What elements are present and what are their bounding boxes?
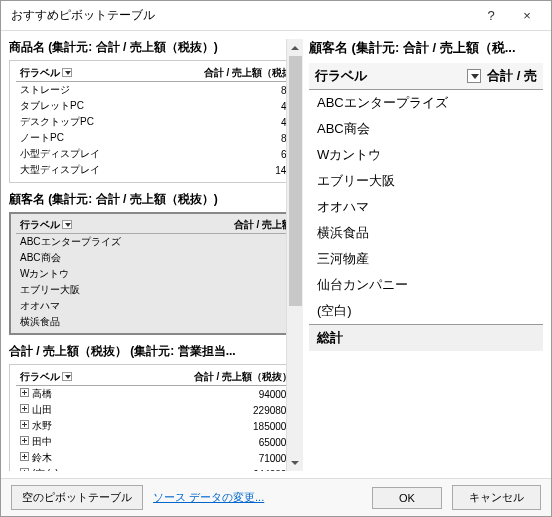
table-row: 小型ディスプレイ60 xyxy=(16,146,296,162)
table-row: 鈴木710000 xyxy=(16,450,296,466)
value-header: 合計 / 売 xyxy=(487,67,537,85)
preview3-header: 合計 / 売上額（税抜） (集計元: 営業担当... xyxy=(9,343,303,360)
table-row: ABCエンタープライズ xyxy=(16,234,296,251)
cancel-button[interactable]: キャンセル xyxy=(452,485,541,510)
scrollbar[interactable] xyxy=(286,39,303,471)
table-row: (空白)6440800 xyxy=(16,466,296,471)
col-header: 行ラベル xyxy=(16,369,117,386)
table-row: エブリー大阪 xyxy=(16,282,296,298)
table-row: タブレットPC48 xyxy=(16,98,296,114)
recommendation-list: 商品名 (集計元: 合計 / 売上額（税抜）) 行ラベル 合計 / 売上額（税抜… xyxy=(1,31,303,478)
row-label-header: 行ラベル xyxy=(315,67,367,85)
col-header: 行ラベル xyxy=(16,65,150,82)
table-row: 三河物産 xyxy=(309,246,543,272)
preview-panel: 顧客名 (集計元: 合計 / 売上額（税... 行ラベル 合計 / 売 ABCエ… xyxy=(303,31,551,478)
dropdown-icon xyxy=(62,68,72,77)
blank-pivot-button[interactable]: 空のピボットテーブル xyxy=(11,485,143,510)
table-row: ABC商会 xyxy=(309,116,543,142)
dialog-title: おすすめピボットテーブル xyxy=(11,7,473,24)
expand-icon xyxy=(20,436,29,445)
dialog-content: 商品名 (集計元: 合計 / 売上額（税抜）) 行ラベル 合計 / 売上額（税抜… xyxy=(1,31,551,478)
table-row: 水野1850000 xyxy=(16,418,296,434)
ok-button[interactable]: OK xyxy=(372,487,442,509)
dropdown-icon xyxy=(62,220,72,229)
recommended-pivot-dialog: おすすめピボットテーブル ? × 商品名 (集計元: 合計 / 売上額（税抜）)… xyxy=(0,0,552,517)
table-row: (空白) xyxy=(309,298,543,324)
preview2-header: 顧客名 (集計元: 合計 / 売上額（税抜）) xyxy=(9,191,303,208)
table-row: 田中650000 xyxy=(16,434,296,450)
preview-title: 顧客名 (集計元: 合計 / 売上額（税... xyxy=(309,39,543,57)
expand-icon xyxy=(20,388,29,397)
expand-icon xyxy=(20,468,29,471)
table-row: ABC商会 xyxy=(16,250,296,266)
dropdown-icon xyxy=(62,372,72,381)
col-header: 行ラベル xyxy=(16,217,190,234)
table-row: オオハマ xyxy=(309,194,543,220)
table-row: 横浜食品 xyxy=(16,314,296,330)
expand-icon xyxy=(20,420,29,429)
dialog-footer: 空のピボットテーブル ソース データの変更... OK キャンセル xyxy=(1,478,551,516)
change-source-link[interactable]: ソース データの変更... xyxy=(153,490,264,505)
table-row: 高橋940000 xyxy=(16,386,296,403)
col-header: 合計 / 売上額 xyxy=(190,217,296,234)
table-row: 横浜食品 xyxy=(309,220,543,246)
col-header: 合計 / 売上額（税抜 xyxy=(150,65,296,82)
scroll-down-arrow[interactable] xyxy=(287,454,303,471)
expand-icon xyxy=(20,452,29,461)
preview-2-selected[interactable]: 行ラベル 合計 / 売上額 ABCエンタープライズ ABC商会 Wカントウ エブ… xyxy=(9,212,303,335)
table-row: エブリー大阪 xyxy=(309,168,543,194)
preview-1[interactable]: 行ラベル 合計 / 売上額（税抜 ストレージ80 タブレットPC48 デスクトッ… xyxy=(9,60,303,183)
total-row: 総計 xyxy=(309,324,543,351)
titlebar: おすすめピボットテーブル ? × xyxy=(1,1,551,31)
table-row: 大型ディスプレイ140 xyxy=(16,162,296,178)
scrollbar-thumb[interactable] xyxy=(289,56,302,306)
table-row: Wカントウ xyxy=(309,142,543,168)
table-row: オオハマ xyxy=(16,298,296,314)
expand-icon xyxy=(20,404,29,413)
help-button[interactable]: ? xyxy=(473,2,509,30)
scroll-up-arrow[interactable] xyxy=(287,39,303,56)
preview-table: 行ラベル 合計 / 売 ABCエンタープライズ ABC商会 Wカントウ エブリー… xyxy=(309,63,543,351)
table-row: デスクトップPC45 xyxy=(16,114,296,130)
col-header: 合計 / 売上額（税抜） xyxy=(117,369,296,386)
preview1-header: 商品名 (集計元: 合計 / 売上額（税抜）) xyxy=(9,39,303,56)
preview-table-header: 行ラベル 合計 / 売 xyxy=(309,63,543,90)
close-button[interactable]: × xyxy=(509,2,545,30)
table-row: ストレージ80 xyxy=(16,82,296,99)
table-row: 仙台カンパニー xyxy=(309,272,543,298)
filter-dropdown-icon[interactable] xyxy=(467,69,481,83)
table-row: ABCエンタープライズ xyxy=(309,90,543,116)
table-row: ノートPC80 xyxy=(16,130,296,146)
preview-3[interactable]: 行ラベル 合計 / 売上額（税抜） 高橋940000 山田2290800 水野1… xyxy=(9,364,303,471)
table-row: 山田2290800 xyxy=(16,402,296,418)
table-row: Wカントウ xyxy=(16,266,296,282)
